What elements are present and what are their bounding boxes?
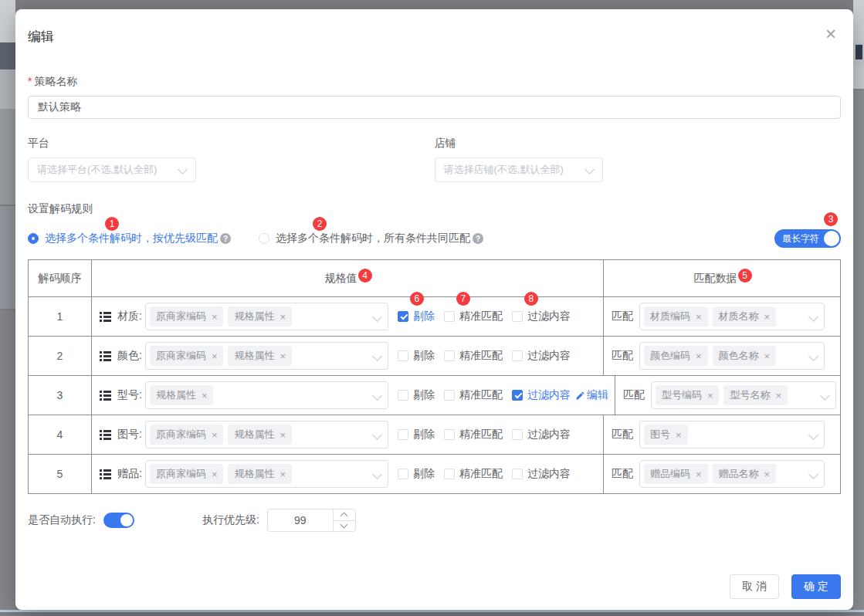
tag-remove-icon[interactable]: × — [696, 469, 702, 480]
tag-remove-icon[interactable]: × — [696, 311, 702, 323]
match-select[interactable]: 型号编码×型号名称× — [651, 381, 836, 409]
spec-select[interactable]: 原商家编码×规格属性× — [145, 421, 388, 448]
switch-knob — [120, 514, 133, 526]
question-icon[interactable]: ? — [473, 233, 483, 244]
filter-content-checkbox[interactable]: 过滤内容 — [512, 388, 571, 402]
filter-content-checkbox[interactable]: 过滤内容 — [512, 428, 571, 442]
checkbox-box-icon — [398, 350, 408, 361]
spec-value-cell: 赠品:原商家编码×规格属性×剔除精准匹配过滤内容 — [92, 455, 604, 493]
spec-select[interactable]: 原商家编码×规格属性× — [145, 342, 388, 370]
match-select[interactable]: 图号× — [639, 421, 825, 448]
tag-remove-icon[interactable]: × — [707, 390, 713, 401]
spec-select[interactable]: 规格属性× — [145, 381, 388, 409]
question-icon[interactable]: ? — [220, 233, 231, 244]
tag-remove-icon[interactable]: × — [764, 311, 771, 323]
tag-remove-icon[interactable]: × — [212, 429, 218, 441]
longest-char-toggle[interactable]: 3 最长字符 — [774, 229, 841, 248]
remove-checkbox[interactable]: 剔除 — [398, 388, 435, 402]
tag-label: 材质编码 — [650, 310, 690, 323]
filter-content-checkbox[interactable]: 过滤内容 — [512, 467, 571, 481]
spinner-down-icon[interactable] — [334, 521, 355, 532]
exact-match-checkbox[interactable]: 7精准匹配 — [444, 310, 503, 323]
strategy-name-input[interactable] — [28, 96, 841, 119]
tag-label: 规格属性 — [234, 310, 274, 323]
remove-checkbox[interactable]: 6剔除 — [398, 310, 435, 323]
cancel-button[interactable]: 取 消 — [730, 574, 779, 599]
auto-execute-switch[interactable] — [103, 513, 134, 528]
tag-remove-icon[interactable]: × — [764, 350, 771, 362]
selected-tag: 原商家编码× — [150, 346, 224, 366]
platform-field: 平台 请选择平台(不选,默认全部) — [28, 137, 435, 182]
step-badge-3: 3 — [824, 212, 838, 226]
selected-tag: 规格属性× — [228, 306, 292, 327]
spec-select[interactable]: 原商家编码×规格属性× — [145, 460, 388, 488]
checkbox-box-icon — [444, 350, 455, 361]
tag-remove-icon[interactable]: × — [696, 350, 702, 362]
exact-match-checkbox[interactable]: 精准匹配 — [444, 388, 503, 402]
tag-label: 原商家编码 — [156, 428, 206, 442]
exact-match-checkbox[interactable]: 精准匹配 — [444, 428, 503, 442]
tag-remove-icon[interactable]: × — [775, 390, 781, 401]
checkbox-box-icon — [512, 311, 523, 322]
exact-match-checkbox[interactable]: 精准匹配 — [444, 349, 503, 363]
drag-handle-icon[interactable] — [100, 430, 111, 440]
chevron-down-icon — [808, 469, 818, 479]
filter-content-checkbox[interactable]: 8过滤内容 — [512, 310, 571, 323]
tag-remove-icon[interactable]: × — [280, 311, 286, 323]
exact-match-checkbox[interactable]: 精准匹配 — [444, 467, 503, 481]
tag-remove-icon[interactable]: × — [676, 429, 682, 441]
match-select[interactable]: 颜色编码×颜色名称× — [639, 342, 825, 370]
selected-tag: 赠品名称× — [713, 464, 777, 484]
spec-value-cell: 图号:原商家编码×规格属性×剔除精准匹配过滤内容 — [92, 415, 604, 454]
drag-handle-icon[interactable] — [100, 312, 111, 322]
drag-handle-icon[interactable] — [100, 391, 111, 401]
tag-remove-icon[interactable]: × — [212, 311, 218, 323]
checkbox-box-icon — [444, 311, 455, 322]
drag-handle-icon[interactable] — [100, 351, 111, 361]
match-label: 匹配 — [612, 310, 633, 323]
tag-remove-icon[interactable]: × — [280, 469, 286, 480]
drag-handle-icon[interactable] — [100, 469, 111, 479]
match-select[interactable]: 材质编码×材质名称× — [639, 303, 825, 330]
filter-content-checkbox[interactable]: 过滤内容 — [512, 349, 571, 363]
radio-all-match[interactable]: 2 选择多个条件解码时，所有条件共同匹配 ? — [259, 232, 483, 245]
shop-select[interactable]: 请选择店铺(不选,默认全部) — [435, 157, 603, 182]
tag-label: 原商家编码 — [156, 467, 206, 481]
remove-checkbox[interactable]: 剔除 — [398, 428, 435, 442]
remove-checkbox[interactable]: 剔除 — [398, 467, 435, 481]
tag-remove-icon[interactable]: × — [212, 469, 218, 480]
platform-select[interactable]: 请选择平台(不选,默认全部) — [28, 157, 196, 182]
spec-value-cell: 颜色:原商家编码×规格属性×剔除精准匹配过滤内容 — [92, 337, 604, 375]
header-match-data: 匹配数据5 — [604, 260, 840, 296]
priority-value[interactable]: 99 — [268, 509, 333, 531]
match-label: 匹配 — [612, 467, 633, 481]
platform-placeholder: 请选择平台(不选,默认全部) — [37, 163, 157, 177]
table-row: 4图号:原商家编码×规格属性×剔除精准匹配过滤内容匹配图号× — [29, 415, 840, 454]
tag-remove-icon[interactable]: × — [764, 469, 771, 480]
tag-remove-icon[interactable]: × — [280, 350, 286, 362]
selected-tag: 颜色编码× — [644, 346, 708, 366]
shop-label: 店铺 — [435, 137, 842, 151]
remove-checkbox[interactable]: 剔除 — [398, 349, 435, 363]
close-icon[interactable]: × — [825, 26, 836, 42]
priority-spinner — [333, 509, 355, 531]
tag-remove-icon[interactable]: × — [280, 429, 286, 441]
checkbox-box-icon — [444, 429, 455, 440]
spec-select[interactable]: 原商家编码×规格属性× — [145, 303, 388, 330]
row-field-label: 型号: — [117, 388, 142, 402]
confirm-button[interactable]: 确 定 — [791, 574, 841, 599]
match-select[interactable]: 赠品编码×赠品名称× — [639, 460, 825, 488]
pencil-icon — [575, 391, 585, 401]
chevron-down-icon — [372, 391, 382, 401]
edit-filter-link[interactable]: 编辑 — [575, 388, 608, 402]
tag-remove-icon[interactable]: × — [202, 390, 208, 401]
selected-tag: 材质编码× — [644, 306, 708, 327]
selected-tag: 材质名称× — [713, 306, 777, 327]
spinner-up-icon[interactable] — [334, 509, 355, 521]
tag-remove-icon[interactable]: × — [212, 350, 218, 362]
toggle-knob — [824, 231, 839, 246]
table-row: 2颜色:原商家编码×规格属性×剔除精准匹配过滤内容匹配颜色编码×颜色名称× — [29, 336, 840, 375]
match-data-cell: 匹配颜色编码×颜色名称× — [604, 337, 840, 375]
radio-priority-match[interactable]: 1 选择多个条件解码时，按优先级匹配 ? — [28, 232, 231, 245]
chevron-down-icon — [584, 164, 595, 174]
